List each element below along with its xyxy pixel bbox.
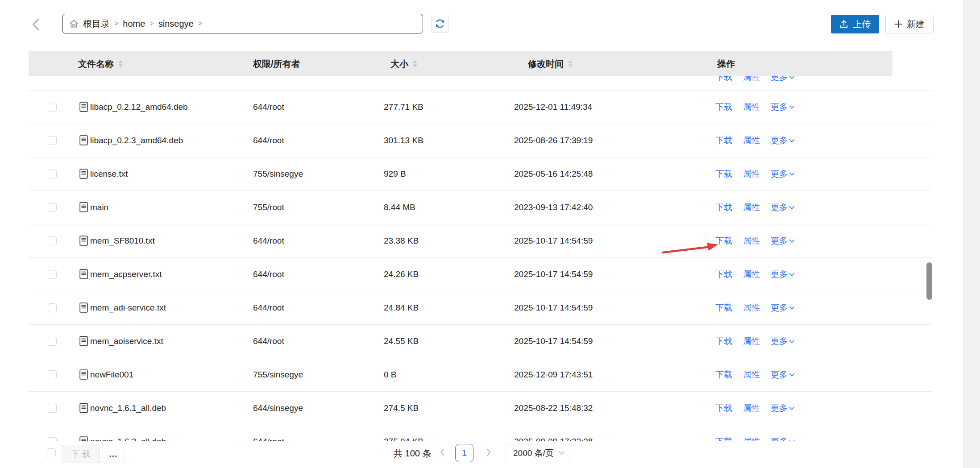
file-icon-wrap [79,369,88,380]
file-mtime: 2025-10-17 14:54:59 [514,236,593,246]
download-link[interactable]: 下载 [715,76,732,83]
refresh-button[interactable] [431,15,449,33]
more-link[interactable]: 更多 [771,369,795,381]
download-link[interactable]: 下载 [715,202,732,213]
properties-link[interactable]: 属性 [743,76,760,83]
download-link[interactable]: 下载 [715,402,732,414]
new-button[interactable]: 新建 [885,15,934,33]
file-name[interactable]: libacp_0.2.12_amd64.deb [90,102,188,112]
upload-button[interactable]: 上传 [831,15,879,33]
breadcrumb-segment[interactable]: 根目录 [83,18,110,30]
table-row[interactable]: mem_aoiservice.txt644/root24.55 KB2025-1… [29,325,932,358]
table-scrollbar-thumb[interactable] [926,262,932,300]
file-name[interactable]: libacp_0.2.3_amd64.deb [90,136,183,145]
row-checkbox[interactable] [48,236,57,245]
row-checkbox[interactable] [48,437,57,441]
properties-link[interactable]: 属性 [743,101,760,113]
column-header-label: 权限/所有者 [253,58,300,70]
download-link[interactable]: 下载 [715,335,732,347]
properties-link[interactable]: 属性 [743,302,760,314]
column-header-4[interactable]: 修改时间 [528,58,573,70]
column-header-1[interactable]: 文件名称 [78,58,123,70]
more-link[interactable]: 更多 [771,436,795,441]
more-link[interactable]: 更多 [771,76,795,83]
properties-link[interactable]: 属性 [743,402,760,414]
properties-link[interactable]: 属性 [743,436,760,441]
row-checkbox[interactable] [48,370,57,379]
sort-carets-icon[interactable] [118,61,123,67]
pagination-page-1[interactable]: 1 [455,444,473,462]
more-link[interactable]: 更多 [771,335,795,347]
row-checkbox[interactable] [48,303,57,312]
more-link[interactable]: 更多 [771,101,795,113]
file-name[interactable]: mem_adi-service.txt [90,303,166,313]
download-link[interactable]: 下载 [715,135,732,146]
pagination-prev-button[interactable] [438,447,446,458]
file-icon-wrap [79,336,88,347]
file-name[interactable]: license.txt [90,169,128,179]
window-scrollbar-track[interactable] [963,0,980,468]
table-row[interactable]: license.txt755/sinsegye929 B2025-05-16 1… [29,157,932,191]
download-link[interactable]: 下载 [715,168,732,180]
table-row[interactable]: libacp_0.2.12_amd64.deb644/root277.71 KB… [29,91,932,124]
file-name[interactable]: novnc_1.6.1_all.deb [90,403,166,413]
table-row[interactable]: libacp_0.2.3_amd64.deb644/root301.13 KB2… [29,124,932,157]
chevron-down-icon [789,105,795,109]
properties-link[interactable]: 属性 [743,235,760,247]
row-checkbox[interactable] [48,170,57,178]
row-checkbox[interactable] [48,203,57,212]
more-link[interactable]: 更多 [771,202,795,213]
back-button[interactable] [31,18,41,31]
table-row[interactable]: mem_SF8010.txt644/root23.38 KB2025-10-17… [29,224,932,258]
file-name[interactable]: newFile001 [90,370,133,380]
row-checkbox[interactable] [48,337,57,346]
file-name[interactable]: mem_aoiservice.txt [90,336,163,346]
more-link[interactable]: 更多 [771,168,795,180]
download-link[interactable]: 下载 [715,101,732,113]
table-row[interactable]: mem_acpserver.txt644/root24.26 KB2025-10… [29,258,932,291]
more-link[interactable]: 更多 [771,302,795,314]
properties-link[interactable]: 属性 [743,335,760,347]
more-link[interactable]: 更多 [771,402,795,414]
select-all-checkbox[interactable] [47,448,56,457]
download-link[interactable]: 下载 [715,269,732,280]
row-checkbox[interactable] [48,270,57,279]
download-link[interactable]: 下载 [715,436,732,441]
properties-link[interactable]: 属性 [743,168,760,180]
file-name[interactable]: mem_acpserver.txt [90,269,162,279]
row-checkbox[interactable] [48,404,57,413]
batch-more-button[interactable]: ... [103,445,124,463]
download-link[interactable]: 下载 [715,302,732,314]
batch-download-button[interactable]: 下 载 [62,445,100,463]
sort-carets-icon[interactable] [413,61,417,67]
more-link[interactable]: 更多 [771,135,795,146]
more-link[interactable]: 更多 [771,235,795,247]
more-link-label: 更多 [771,76,788,83]
properties-link[interactable]: 属性 [743,135,760,146]
table-row[interactable]: novnc_1.6.1_all.deb644/sinsegye274.5 KB2… [29,392,932,425]
table-row[interactable]: newFile001755/sinsegye0 B2025-12-09 17:4… [29,358,932,392]
file-name[interactable]: mem_SF8010.txt [90,236,155,246]
file-icon [79,202,88,212]
table-row[interactable]: novnc_1.6.2_all.deb644/root275.04 KB2025… [29,425,932,441]
breadcrumb-segment[interactable]: home [123,19,145,29]
properties-link[interactable]: 属性 [743,369,760,381]
row-checkbox[interactable] [48,136,57,145]
sort-carets-icon[interactable] [568,61,573,67]
properties-link[interactable]: 属性 [743,202,760,213]
breadcrumb-segment[interactable]: sinsegye [158,19,194,29]
column-header-3[interactable]: 大小 [390,58,417,70]
breadcrumb[interactable]: 根目录>home>sinsegye> [62,14,423,33]
file-name[interactable]: novnc_1.6.2_all.deb [90,437,166,441]
page-size-select[interactable]: 2000 条/页 [506,444,570,462]
table-row[interactable]: main755/root8.44 MB2023-09-13 17:42:40下载… [29,191,932,224]
more-link[interactable]: 更多 [771,269,795,280]
table-row[interactable]: mem_adi-service.txt644/root24.84 KB2025-… [29,291,932,325]
file-name[interactable]: main [90,203,108,212]
pagination-next-button[interactable] [485,447,493,458]
download-link[interactable]: 下载 [715,369,732,381]
more-link-label: 更多 [771,402,788,414]
file-icon-wrap [79,135,88,146]
row-checkbox[interactable] [48,103,57,112]
properties-link[interactable]: 属性 [743,269,760,280]
